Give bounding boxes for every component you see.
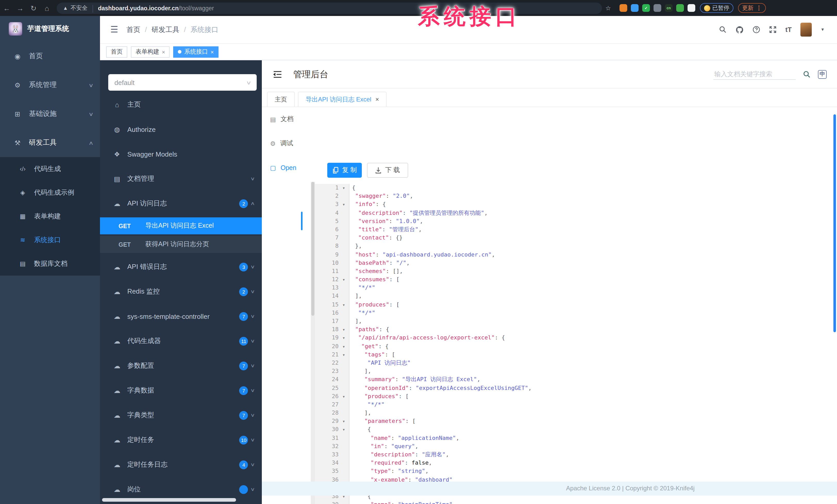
paused-extension-pill[interactable]: 已暂停 [700, 3, 733, 13]
code-text: ], [350, 409, 371, 417]
fold-arrow-icon[interactable]: ▾ [339, 184, 349, 192]
doc-search-icon[interactable] [803, 70, 811, 78]
language-toggle[interactable]: 中 [818, 70, 827, 78]
menu-fold-icon[interactable] [273, 70, 282, 78]
fold-arrow-icon[interactable]: ▾ [339, 342, 349, 351]
tag-系统接口[interactable]: 系统接口× [174, 46, 218, 57]
code-line: 34"required": false, [315, 459, 837, 467]
not-secure-label[interactable]: 不安全 [71, 4, 88, 12]
line-number: 1 [315, 184, 339, 192]
code-text: "consumes": [ [350, 276, 399, 284]
sidebar-subitem-代码生成[interactable]: ‹/›代码生成 [0, 157, 100, 181]
fold-arrow-icon[interactable]: ▾ [339, 201, 349, 209]
service-item-API 访问日志[interactable]: ☁API 访问日志2∧ [100, 191, 262, 216]
extension-location-icon[interactable] [631, 4, 639, 12]
fold-arrow-icon[interactable]: ▾ [339, 301, 349, 309]
browser-menu-icon[interactable]: ⋮ [756, 5, 762, 11]
doc-search-input[interactable] [713, 69, 796, 79]
user-avatar[interactable] [800, 23, 812, 37]
service-item-字典类型[interactable]: ☁字典类型7∨ [100, 403, 262, 428]
fold-arrow-icon[interactable]: ▾ [339, 417, 349, 426]
app-logo[interactable]: 🐰 芋道管理系统 [0, 16, 100, 42]
breadcrumb-item[interactable]: 研发工具 [152, 25, 179, 34]
service-item-主页[interactable]: ⌂主页 [100, 92, 262, 117]
breadcrumb-item[interactable]: 系统接口 [191, 25, 218, 34]
service-item-API 错误日志[interactable]: ☁API 错误日志3∨ [100, 255, 262, 279]
service-item-代码生成器[interactable]: ☁代码生成器11∨ [100, 329, 262, 353]
forward-icon[interactable]: → [13, 4, 27, 12]
sidebar-subitem-表单构建[interactable]: ▦表单构建 [0, 204, 100, 228]
sidebar-subitem-数据库文档[interactable]: ▤数据库文档 [0, 252, 100, 276]
service-item-定时任务日志[interactable]: ☁定时任务日志4∨ [100, 452, 262, 477]
service-horizontal-scrollbar[interactable] [102, 498, 236, 502]
tag-label: 系统接口 [184, 48, 208, 56]
code-line: 30▾{ [315, 426, 837, 434]
close-icon[interactable]: × [375, 96, 379, 103]
service-item-Authorize[interactable]: ◍Authorize [100, 117, 262, 142]
code-editor[interactable]: 1▾{2"swagger": "2.0",3▾"info": {4"descri… [311, 182, 837, 504]
operation-导出API 访问日志 Excel[interactable]: GET导出API 访问日志 Excel [100, 217, 262, 235]
service-item-sys-sms-template-controller[interactable]: ☁sys-sms-template-controller7∨ [100, 304, 262, 329]
fold-arrow-icon[interactable]: ▾ [339, 426, 349, 434]
close-icon[interactable]: × [162, 49, 165, 55]
back-icon[interactable]: ← [0, 4, 13, 12]
service-item-Swagger Models[interactable]: ❖Swagger Models [100, 142, 262, 166]
doc-tab-主页[interactable]: 主页 [267, 92, 295, 107]
extension-orange-icon[interactable] [620, 4, 627, 12]
sidebar-item-系统管理[interactable]: ⚙系统管理∨ [0, 71, 100, 99]
close-icon[interactable]: × [211, 49, 214, 55]
copy-button[interactable]: 复 制 [327, 163, 362, 178]
tag-首页[interactable]: 首页 [106, 46, 127, 57]
extension-grid-icon[interactable] [654, 4, 661, 12]
sidebar-menu: ◉首页⚙系统管理∨⊞基础设施∨⚒研发工具∧‹/›代码生成◈代码生成示例▦表单构建… [0, 42, 100, 276]
sidebar-subitem-代码生成示例[interactable]: ◈代码生成示例 [0, 181, 100, 204]
service-item-Redis 监控[interactable]: ☁Redis 监控2∨ [100, 279, 262, 304]
github-icon[interactable] [735, 25, 744, 34]
line-number: 3 [315, 201, 339, 209]
browser-update-button[interactable]: 更新 ⋮ [738, 3, 766, 13]
side-tabs-scrollbar[interactable] [301, 212, 303, 230]
home-icon[interactable]: ⌂ [40, 4, 54, 12]
service-item-label: 主页 [127, 100, 255, 109]
page-scrollbar-thumb[interactable] [833, 114, 836, 332]
operation-获得API 访问日志分页[interactable]: GET获得API 访问日志分页 [100, 236, 262, 253]
bookmark-star-icon[interactable]: ☆ [602, 4, 615, 12]
sidebar-item-研发工具[interactable]: ⚒研发工具∧ [0, 128, 100, 157]
side-tab-文档[interactable]: ▤文档 [262, 107, 311, 131]
sidebar-subitem-系统接口[interactable]: ≋系统接口 [0, 228, 100, 252]
font-size-icon[interactable]: tT [785, 26, 792, 34]
help-icon[interactable] [752, 26, 760, 34]
extension-adguard-icon[interactable]: ✓ [642, 4, 650, 12]
address-bar[interactable]: ▲ 不安全 | dashboard.yudao.iocoder.cn/tool/… [57, 2, 602, 14]
side-tab-调试[interactable]: ⚙调试 [262, 131, 311, 155]
extension-star-icon[interactable] [688, 4, 695, 12]
user-menu-caret-icon[interactable]: ▼ [820, 27, 825, 32]
breadcrumb-item[interactable]: 首页 [126, 25, 140, 34]
service-item-定时任务[interactable]: ☁定时任务10∨ [100, 428, 262, 452]
editor-scrollbar[interactable] [311, 182, 315, 504]
extension-leaf-icon[interactable] [676, 4, 684, 12]
service-item-文档管理[interactable]: ▤文档管理∨ [100, 166, 262, 191]
fold-arrow-icon[interactable]: ▾ [339, 325, 349, 334]
fullscreen-icon[interactable] [769, 26, 777, 34]
hamburger-icon[interactable]: ☰ [100, 24, 126, 35]
fold-arrow-icon[interactable]: ▾ [339, 334, 349, 342]
download-button[interactable]: 下 载 [367, 163, 408, 178]
tag-表单构建[interactable]: 表单构建× [131, 46, 170, 57]
service-item-字典数据[interactable]: ☁字典数据7∨ [100, 378, 262, 403]
editor-scrollbar-thumb[interactable] [311, 182, 315, 316]
fold-arrow-icon[interactable]: ▾ [339, 351, 349, 359]
navbar-actions: tT ▼ [719, 23, 837, 37]
sidebar-item-首页[interactable]: ◉首页 [0, 42, 100, 71]
group-select[interactable]: default ∨ [108, 74, 257, 91]
side-tab-Open[interactable]: ▢Open [262, 155, 311, 180]
service-item-参数配置[interactable]: ☁参数配置7∨ [100, 353, 262, 378]
group-select-value: default [114, 78, 247, 86]
doc-tab-导出API 访问日志 Excel[interactable]: 导出API 访问日志 Excel× [298, 92, 387, 107]
extension-cn-icon[interactable]: cn [665, 4, 673, 12]
sidebar-item-基础设施[interactable]: ⊞基础设施∨ [0, 99, 100, 128]
reload-icon[interactable]: ↻ [27, 4, 40, 12]
fold-arrow-icon[interactable]: ▾ [339, 392, 349, 400]
fold-arrow-icon[interactable]: ▾ [339, 276, 349, 284]
search-icon[interactable] [719, 26, 727, 34]
